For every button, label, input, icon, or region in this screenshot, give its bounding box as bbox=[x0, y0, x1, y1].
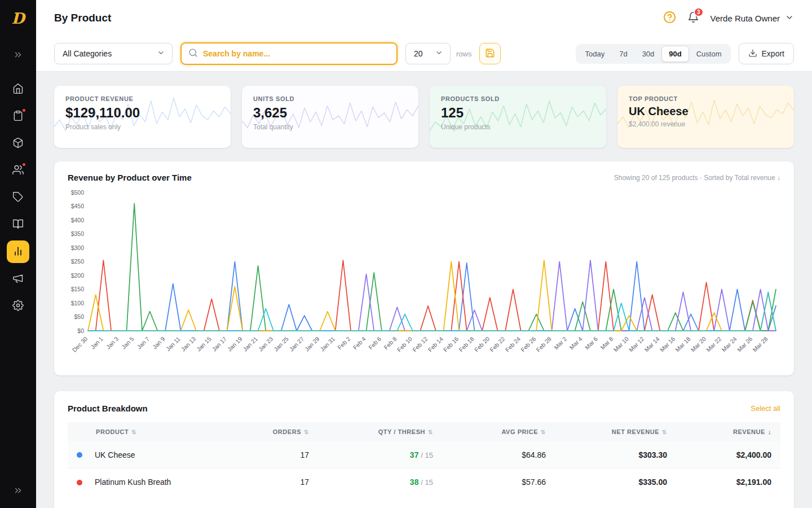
svg-text:$250: $250 bbox=[71, 258, 85, 265]
sidebar-item-settings[interactable] bbox=[7, 295, 29, 317]
chevrons-right-icon bbox=[13, 485, 23, 497]
user-menu[interactable]: Verde Ruta Owner bbox=[710, 13, 794, 24]
revenue-chart-card: Revenue by Product over Time Showing 20 … bbox=[54, 161, 794, 375]
svg-text:Mar 18: Mar 18 bbox=[674, 335, 692, 353]
svg-text:Jan 23: Jan 23 bbox=[257, 335, 275, 353]
stat-sub: $2,400.00 revenue bbox=[629, 120, 783, 128]
rows-label: rows bbox=[456, 50, 471, 58]
save-view-button[interactable] bbox=[479, 43, 501, 64]
search-icon bbox=[188, 48, 198, 60]
sort-icon: ⇅ bbox=[131, 429, 136, 435]
svg-text:Feb 20: Feb 20 bbox=[473, 335, 491, 353]
sidebar-item-analytics[interactable] bbox=[7, 240, 29, 263]
search-box[interactable] bbox=[180, 42, 398, 65]
stat-value: $129,110.00 bbox=[65, 105, 219, 121]
revenue-cell: $2,400.00 bbox=[676, 441, 780, 468]
svg-text:Mar 10: Mar 10 bbox=[612, 335, 630, 353]
column-header-avg-price[interactable]: AVG PRICE⇅ bbox=[442, 422, 555, 441]
rows-per-page-select[interactable]: 20 bbox=[405, 43, 451, 64]
qty-thresh-cell: 37 / 15 bbox=[318, 441, 442, 468]
stat-value: UK Cheese bbox=[629, 105, 783, 118]
sidebar-item-customers[interactable] bbox=[7, 159, 29, 182]
app-root: D bbox=[0, 0, 812, 508]
orders-cell: 17 bbox=[245, 441, 318, 468]
sidebar-item-orders[interactable] bbox=[7, 105, 29, 128]
category-filter-select[interactable]: All Categories bbox=[54, 43, 173, 64]
chevrons-right-icon bbox=[13, 50, 23, 62]
svg-text:Jan 21: Jan 21 bbox=[241, 335, 259, 353]
customers-notification-dot bbox=[21, 162, 27, 167]
stat-card-product-revenue: PRODUCT REVENUE $129,110.00 Product sale… bbox=[54, 86, 231, 148]
svg-text:Dec 30: Dec 30 bbox=[70, 335, 89, 353]
range-90d-button[interactable]: 90d bbox=[661, 46, 689, 62]
notifications-button[interactable]: 3 bbox=[687, 11, 699, 25]
svg-text:Feb 16: Feb 16 bbox=[442, 335, 460, 353]
sidebar-item-catalog[interactable] bbox=[7, 213, 29, 236]
svg-text:Feb 12: Feb 12 bbox=[411, 335, 429, 353]
stat-card-products-sold: PRODUCTS SOLD 125 Unique products bbox=[430, 86, 606, 148]
search-input[interactable] bbox=[203, 49, 390, 58]
book-open-icon bbox=[12, 218, 24, 231]
select-all-link[interactable]: Select all bbox=[751, 404, 780, 413]
svg-text:Mar 26: Mar 26 bbox=[736, 335, 754, 353]
category-filter-value: All Categories bbox=[63, 49, 112, 58]
svg-text:Feb 6: Feb 6 bbox=[367, 335, 383, 351]
package-icon bbox=[12, 137, 24, 150]
top-header: By Product 3 Verde Ruta Owner bbox=[36, 0, 812, 36]
svg-text:Mar 4: Mar 4 bbox=[568, 335, 584, 351]
column-header-net-revenue[interactable]: NET REVENUE⇅ bbox=[555, 422, 676, 441]
column-header-orders[interactable]: ORDERS⇅ bbox=[245, 422, 318, 441]
svg-text:Mar 12: Mar 12 bbox=[628, 335, 646, 353]
main-content: PRODUCT REVENUE $129,110.00 Product sale… bbox=[36, 72, 812, 508]
range-custom-button[interactable]: Custom bbox=[689, 46, 729, 62]
svg-text:$0: $0 bbox=[77, 327, 84, 334]
column-header-revenue[interactable]: REVENUE↓ bbox=[676, 422, 780, 441]
date-range-group: Today 7d 30d 90d Custom bbox=[576, 44, 730, 64]
svg-text:Jan 5: Jan 5 bbox=[120, 335, 135, 351]
column-header-qty-thresh[interactable]: QTY / THRESH⇅ bbox=[318, 422, 442, 441]
chart-title: Revenue by Product over Time bbox=[68, 173, 192, 182]
column-header-product[interactable]: PRODUCT⇅ bbox=[68, 422, 245, 441]
stat-card-units-sold: UNITS SOLD 3,625 Total quantity bbox=[242, 86, 418, 148]
sidebar-item-marketing[interactable] bbox=[7, 268, 29, 290]
chevron-down-icon bbox=[157, 49, 165, 59]
tag-icon bbox=[12, 191, 24, 204]
sidebar-bottom-expand-button[interactable] bbox=[7, 480, 29, 502]
rows-per-page-value: 20 bbox=[414, 49, 423, 58]
sidebar-item-tags[interactable] bbox=[7, 186, 29, 209]
svg-text:Feb 14: Feb 14 bbox=[426, 335, 444, 353]
sidebar-item-products[interactable] bbox=[7, 132, 29, 155]
export-button[interactable]: Export bbox=[739, 43, 794, 64]
bar-chart-icon bbox=[12, 246, 24, 259]
stat-value: 3,625 bbox=[253, 105, 407, 121]
svg-text:Mar 28: Mar 28 bbox=[751, 335, 769, 353]
range-7d-button[interactable]: 7d bbox=[612, 46, 634, 62]
series-color-dot bbox=[77, 480, 82, 485]
svg-text:Jan 13: Jan 13 bbox=[180, 335, 197, 353]
orders-notification-dot bbox=[21, 108, 27, 113]
sort-icon: ⇅ bbox=[662, 429, 667, 435]
sidebar-expand-button[interactable] bbox=[7, 44, 29, 67]
svg-text:$50: $50 bbox=[74, 313, 84, 320]
page-title: By Product bbox=[54, 12, 111, 24]
svg-text:$350: $350 bbox=[71, 230, 85, 237]
table-row[interactable]: Platinum Kush Breath 17 38 / 15 $57.66 $… bbox=[68, 468, 780, 496]
sidebar-nav bbox=[7, 76, 29, 319]
svg-text:Jan 29: Jan 29 bbox=[303, 335, 321, 353]
svg-text:Jan 17: Jan 17 bbox=[210, 335, 228, 353]
net-revenue-cell: $303.30 bbox=[555, 441, 676, 468]
sidebar-item-home[interactable] bbox=[7, 78, 29, 100]
range-today-button[interactable]: Today bbox=[577, 46, 612, 62]
help-button[interactable] bbox=[663, 11, 676, 25]
svg-text:Mar 2: Mar 2 bbox=[553, 335, 568, 351]
table-row[interactable]: UK Cheese 17 37 / 15 $64.86 $303.30 $2,4… bbox=[68, 441, 780, 468]
range-30d-button[interactable]: 30d bbox=[635, 46, 662, 62]
svg-text:Jan 15: Jan 15 bbox=[195, 335, 213, 353]
svg-text:$100: $100 bbox=[71, 300, 85, 306]
stat-label: TOP PRODUCT bbox=[629, 95, 783, 102]
svg-text:Feb 28: Feb 28 bbox=[535, 335, 553, 353]
chevron-down-icon bbox=[435, 49, 443, 59]
orders-cell: 17 bbox=[245, 468, 318, 496]
app-logo[interactable]: D bbox=[0, 0, 36, 36]
user-name: Verde Ruta Owner bbox=[710, 14, 780, 23]
